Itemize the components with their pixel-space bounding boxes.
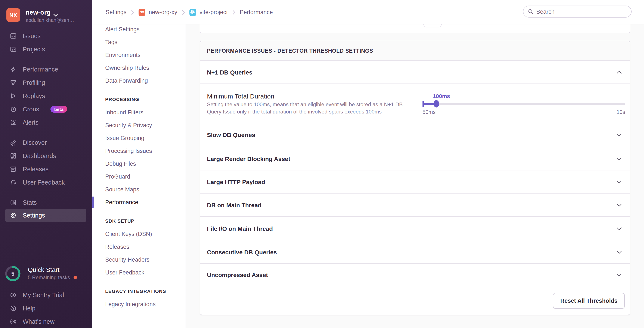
chevron-down-icon: [616, 202, 622, 208]
reset-all-thresholds-button[interactable]: Reset All Thresholds: [553, 293, 625, 309]
detector-row-n1-db-queries[interactable]: N+1 DB Queries: [200, 61, 630, 83]
detector-row-uncompressed-asset[interactable]: Uncompressed Asset: [200, 263, 630, 286]
panel-title: PERFORMANCE ISSUES - DETECTOR THRESHOLD …: [200, 41, 630, 61]
settings-nav-tags[interactable]: Tags: [92, 36, 186, 48]
settings-nav-legacy-integrations[interactable]: Legacy Integrations: [92, 298, 186, 310]
settings-nav-data-forwarding[interactable]: Data Forwarding: [92, 74, 186, 87]
sidebar-item-settings[interactable]: Settings: [5, 209, 86, 222]
settings-nav-inbound-filters[interactable]: Inbound Filters: [92, 106, 186, 119]
profiling-icon: [10, 79, 17, 86]
sidebar-item-releases[interactable]: Releases: [0, 162, 92, 176]
breadcrumb-settings[interactable]: Settings: [106, 9, 126, 16]
search-box[interactable]: [523, 6, 632, 18]
bar-chart-icon: [10, 199, 17, 206]
sidebar-item-profiling[interactable]: Profiling: [0, 76, 92, 89]
sidebar-item-discover[interactable]: Discover: [0, 136, 92, 149]
clock-icon: [10, 106, 17, 112]
settings-nav-processing-issues[interactable]: Processing Issues: [92, 144, 186, 157]
n1-threshold-setting: Minimum Total Duration Setting the value…: [200, 83, 630, 123]
settings-nav-security-headers[interactable]: Security Headers: [92, 253, 186, 266]
breadcrumb-performance[interactable]: Performance: [240, 9, 273, 16]
sidebar-item-label: Replays: [23, 92, 45, 99]
main-content: PERFORMANCE ISSUES - DETECTOR THRESHOLD …: [186, 24, 644, 328]
settings-sidebar: Alert Settings Tags Environments Ownersh…: [92, 0, 186, 328]
settings-nav-user-feedback[interactable]: User Feedback: [92, 266, 186, 279]
sidebar-item-label: Releases: [23, 166, 48, 172]
chevron-down-icon: [616, 249, 622, 255]
breadcrumb: Settings NX new-org-xy vite-project: [106, 0, 273, 24]
sidebar-item-whats-new[interactable]: What's new: [0, 315, 92, 328]
gear-icon: [10, 212, 17, 219]
detector-threshold-panel: PERFORMANCE ISSUES - DETECTOR THRESHOLD …: [200, 41, 630, 315]
sidebar-item-crons[interactable]: Crons beta: [0, 102, 92, 116]
chevron-up-icon: [616, 69, 622, 75]
chevron-right-icon: [232, 10, 236, 15]
scrolled-card-partial: [200, 24, 630, 33]
search-icon: [528, 9, 534, 15]
sidebar-group-explore: Discover Dashboards Releases User Feedba…: [0, 136, 92, 189]
org-name: new-org: [26, 9, 51, 16]
chevron-down-icon: [616, 179, 622, 185]
settings-nav-security-privacy[interactable]: Security & Privacy: [92, 119, 186, 131]
sidebar-item-performance[interactable]: Performance: [0, 63, 92, 76]
sidebar-group-observe: Performance Profiling Replays Crons beta…: [0, 63, 92, 129]
dashboards-icon: [10, 152, 17, 159]
org-avatar: NX: [6, 8, 20, 22]
detector-row-consecutive-db-queries[interactable]: Consecutive DB Queries: [200, 241, 630, 263]
sidebar-item-help[interactable]: Help: [0, 301, 92, 315]
sidebar-item-trial[interactable]: My Sentry Trial: [0, 288, 92, 301]
org-switcher[interactable]: NX new-org abdullah.khan@sen…: [6, 8, 74, 23]
detector-row-db-on-main-thread[interactable]: DB on Main Thread: [200, 193, 630, 216]
slider-track[interactable]: [422, 103, 625, 105]
sidebar-item-projects[interactable]: Projects: [0, 42, 92, 56]
settings-nav-performance[interactable]: Performance: [92, 196, 186, 209]
settings-nav-alert-settings[interactable]: Alert Settings: [92, 23, 186, 36]
notification-dot: [73, 276, 77, 279]
chevron-right-icon: [131, 10, 134, 15]
duration-slider: 100ms 50ms 10s: [422, 84, 625, 123]
slider-thumb[interactable]: [434, 100, 439, 107]
archive-icon: [10, 166, 17, 172]
slider-start-tick: [422, 101, 424, 107]
panel-footer: Reset All Thresholds: [200, 286, 630, 315]
sidebar-item-dashboards[interactable]: Dashboards: [0, 149, 92, 162]
settings-nav-client-keys[interactable]: Client Keys (DSN): [92, 227, 186, 240]
breadcrumb-project[interactable]: vite-project: [189, 9, 228, 16]
sidebar-item-label: Performance: [23, 66, 58, 73]
chevron-down-icon: [616, 132, 622, 138]
sidebar-group-footer: My Sentry Trial Help What's new: [0, 288, 92, 328]
settings-nav-proguard[interactable]: ProGuard: [92, 170, 186, 183]
settings-nav-header-legacy: LEGACY INTEGRATIONS: [92, 285, 186, 298]
org-name-row: new-org: [26, 9, 74, 16]
sidebar-group-main: Issues Projects: [0, 29, 92, 56]
setting-description: Setting the value to 100ms, means that a…: [207, 101, 402, 116]
sidebar-item-user-feedback[interactable]: User Feedback: [0, 176, 92, 189]
sentry-settings-page: NX new-org abdullah.khan@sen… Issues Pro…: [0, 0, 644, 328]
settings-nav-ownership-rules[interactable]: Ownership Rules: [92, 61, 186, 74]
sidebar-item-label: My Sentry Trial: [23, 291, 64, 298]
quick-start[interactable]: 5 Quick Start 5 Remaining tasks: [5, 265, 77, 282]
sidebar-item-issues[interactable]: Issues: [0, 29, 92, 42]
sidebar-item-replays[interactable]: Replays: [0, 89, 92, 102]
chevron-down-icon: [54, 11, 58, 14]
sidebar-item-label: What's new: [23, 318, 54, 325]
settings-nav-environments[interactable]: Environments: [92, 48, 186, 61]
settings-nav-header-sdk-setup: SDK SETUP: [92, 215, 186, 227]
settings-nav-source-maps[interactable]: Source Maps: [92, 183, 186, 196]
sidebar-item-stats[interactable]: Stats: [0, 196, 92, 209]
quick-start-progress-ring: 5: [5, 265, 21, 282]
breadcrumb-org[interactable]: NX new-org-xy: [138, 9, 178, 16]
sidebar-item-alerts[interactable]: Alerts: [0, 116, 92, 129]
detector-row-large-render-blocking-asset[interactable]: Large Render Blocking Asset: [200, 147, 630, 170]
settings-nav-releases[interactable]: Releases: [92, 240, 186, 253]
detector-row-large-http-payload[interactable]: Large HTTP Payload: [200, 170, 630, 193]
detector-row-slow-db-queries[interactable]: Slow DB Queries: [200, 123, 630, 147]
slider-min-label: 50ms: [422, 109, 436, 115]
settings-nav-debug-files[interactable]: Debug Files: [92, 157, 186, 170]
settings-nav-issue-grouping[interactable]: Issue Grouping: [92, 131, 186, 144]
quick-start-subtitle: 5 Remaining tasks: [28, 274, 70, 280]
react-project-icon: [189, 9, 196, 16]
search-input[interactable]: [536, 8, 631, 15]
detector-row-file-io-on-main-thread[interactable]: File I/O on Main Thread: [200, 216, 630, 241]
sidebar-item-label: Dashboards: [23, 152, 56, 159]
